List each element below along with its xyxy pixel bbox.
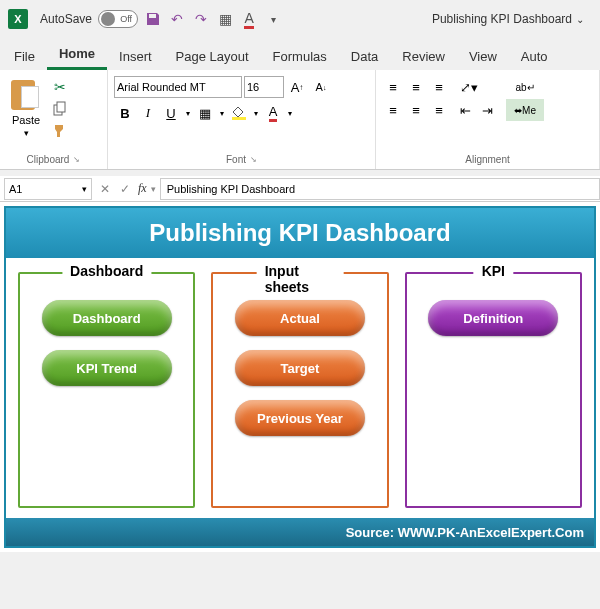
dialog-launcher-icon[interactable]: ↘ bbox=[250, 155, 257, 164]
dashboard-button[interactable]: Dashboard bbox=[42, 300, 172, 336]
chevron-down-icon[interactable]: ▾ bbox=[151, 184, 156, 194]
formula-bar: A1 ▾ ✕ ✓ fx ▾ bbox=[0, 176, 600, 202]
tab-formulas[interactable]: Formulas bbox=[261, 43, 339, 70]
accept-formula-icon[interactable]: ✓ bbox=[116, 180, 134, 198]
font-size-select[interactable] bbox=[244, 76, 284, 98]
fill-color-button[interactable] bbox=[228, 102, 250, 124]
card-dashboard-title: Dashboard bbox=[62, 263, 151, 279]
align-left-icon[interactable]: ≡ bbox=[382, 99, 404, 121]
format-painter-icon[interactable] bbox=[50, 122, 70, 140]
cell-reference: A1 bbox=[9, 183, 22, 195]
align-middle-icon[interactable]: ≡ bbox=[405, 76, 427, 98]
orientation-icon[interactable]: ⤢▾ bbox=[454, 76, 484, 98]
increase-font-icon[interactable]: A↑ bbox=[286, 76, 308, 98]
underline-button[interactable]: U bbox=[160, 102, 182, 124]
ribbon-group-font: A↑ A↓ B I U ▾ ▦ ▾ ▾ A ▾ Font ↘ bbox=[108, 70, 376, 169]
copy-icon[interactable] bbox=[50, 100, 70, 118]
alignment-group-label: Alignment bbox=[465, 154, 509, 165]
paste-button[interactable]: Paste ▾ bbox=[6, 78, 46, 138]
definition-button[interactable]: Definition bbox=[428, 300, 558, 336]
tab-file[interactable]: File bbox=[2, 43, 47, 70]
align-bottom-icon[interactable]: ≡ bbox=[428, 76, 450, 98]
align-top-icon[interactable]: ≡ bbox=[382, 76, 404, 98]
document-title[interactable]: Publishing KPI Dashboard ⌄ bbox=[432, 12, 584, 26]
source-footer: Source: WWW.PK-AnExcelExpert.Com bbox=[6, 518, 594, 546]
fx-icon[interactable]: fx bbox=[138, 181, 147, 196]
font-group-label: Font bbox=[226, 154, 246, 165]
name-box[interactable]: A1 ▾ bbox=[4, 178, 92, 200]
tab-auto[interactable]: Auto bbox=[509, 43, 560, 70]
underline-more-icon[interactable]: ▾ bbox=[183, 102, 193, 124]
borders-button[interactable]: ▦ bbox=[194, 102, 216, 124]
cancel-formula-icon[interactable]: ✕ bbox=[96, 180, 114, 198]
autosave-toggle[interactable]: Off bbox=[98, 10, 138, 28]
decrease-indent-icon[interactable]: ⇤ bbox=[454, 99, 476, 121]
card-input-sheets: Input sheets Actual Target Previous Year bbox=[211, 272, 388, 508]
redo-icon[interactable]: ↷ bbox=[192, 10, 210, 28]
card-row: Dashboard Dashboard KPI Trend Input shee… bbox=[6, 258, 594, 518]
autosave-label: AutoSave bbox=[40, 12, 92, 26]
dashboard-frame: Publishing KPI Dashboard Dashboard Dashb… bbox=[4, 206, 596, 548]
decrease-font-icon[interactable]: A↓ bbox=[310, 76, 332, 98]
save-icon[interactable] bbox=[144, 10, 162, 28]
wrap-text-button[interactable]: ab↵ bbox=[506, 76, 544, 98]
svg-rect-1 bbox=[57, 102, 65, 112]
paste-label: Paste bbox=[12, 114, 40, 126]
chevron-down-icon: ▾ bbox=[24, 128, 29, 138]
font-color-more-icon[interactable]: ▾ bbox=[285, 102, 295, 124]
ribbon-tabs: File Home Insert Page Layout Formulas Da… bbox=[0, 38, 600, 70]
tab-data[interactable]: Data bbox=[339, 43, 390, 70]
tab-view[interactable]: View bbox=[457, 43, 509, 70]
previous-year-button[interactable]: Previous Year bbox=[235, 400, 365, 436]
svg-rect-2 bbox=[232, 117, 246, 120]
qat-more-icon[interactable]: ▾ bbox=[264, 10, 282, 28]
excel-logo-icon: X bbox=[8, 9, 28, 29]
title-bar: X AutoSave Off ↶ ↷ ▦ A ▾ Publishing KPI … bbox=[0, 0, 600, 38]
card-dashboard: Dashboard Dashboard KPI Trend bbox=[18, 272, 195, 508]
bold-button[interactable]: B bbox=[114, 102, 136, 124]
align-center-icon[interactable]: ≡ bbox=[405, 99, 427, 121]
merge-button[interactable]: ⬌ Me bbox=[506, 99, 544, 121]
chevron-down-icon: ⌄ bbox=[576, 14, 584, 25]
kpi-trend-button[interactable]: KPI Trend bbox=[42, 350, 172, 386]
ribbon-group-clipboard: Paste ▾ ✂ Clipboard ↘ bbox=[0, 70, 108, 169]
card-kpi-title: KPI bbox=[474, 263, 513, 279]
borders-icon[interactable]: ▦ bbox=[216, 10, 234, 28]
align-right-icon[interactable]: ≡ bbox=[428, 99, 450, 121]
ribbon-group-alignment: ≡ ≡ ≡ ≡ ≡ ≡ ⤢▾ ⇤ ⇥ ab↵ ⬌ Me Alignment bbox=[376, 70, 600, 169]
dashboard-banner: Publishing KPI Dashboard bbox=[6, 208, 594, 258]
dialog-launcher-icon[interactable]: ↘ bbox=[73, 155, 80, 164]
worksheet[interactable]: Publishing KPI Dashboard Dashboard Dashb… bbox=[0, 202, 600, 552]
card-input-title: Input sheets bbox=[257, 263, 344, 295]
formula-input[interactable] bbox=[160, 178, 600, 200]
borders-more-icon[interactable]: ▾ bbox=[217, 102, 227, 124]
toggle-knob-icon bbox=[101, 12, 115, 26]
actual-button[interactable]: Actual bbox=[235, 300, 365, 336]
tab-insert[interactable]: Insert bbox=[107, 43, 164, 70]
tab-home[interactable]: Home bbox=[47, 40, 107, 70]
target-button[interactable]: Target bbox=[235, 350, 365, 386]
italic-button[interactable]: I bbox=[137, 102, 159, 124]
paste-icon bbox=[11, 78, 41, 112]
tab-review[interactable]: Review bbox=[390, 43, 457, 70]
autosave-state: Off bbox=[120, 14, 132, 24]
ribbon: Paste ▾ ✂ Clipboard ↘ A↑ bbox=[0, 70, 600, 170]
fill-more-icon[interactable]: ▾ bbox=[251, 102, 261, 124]
font-color-button[interactable]: A bbox=[262, 102, 284, 124]
tab-page-layout[interactable]: Page Layout bbox=[164, 43, 261, 70]
clipboard-group-label: Clipboard bbox=[27, 154, 70, 165]
chevron-down-icon: ▾ bbox=[82, 184, 87, 194]
font-name-select[interactable] bbox=[114, 76, 242, 98]
card-kpi: KPI Definition bbox=[405, 272, 582, 508]
undo-icon[interactable]: ↶ bbox=[168, 10, 186, 28]
font-color-icon[interactable]: A bbox=[240, 10, 258, 28]
cut-icon[interactable]: ✂ bbox=[50, 78, 70, 96]
increase-indent-icon[interactable]: ⇥ bbox=[476, 99, 498, 121]
document-title-text: Publishing KPI Dashboard bbox=[432, 12, 572, 26]
